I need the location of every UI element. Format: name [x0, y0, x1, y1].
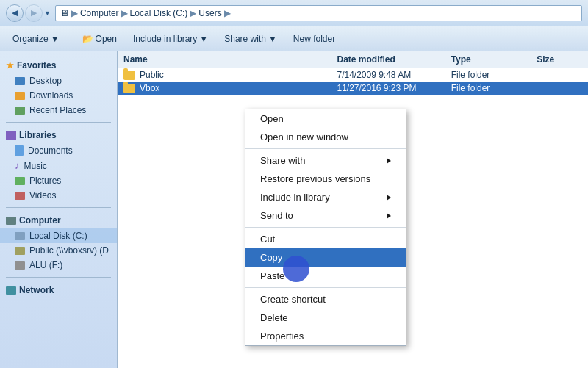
- context-menu: Open Open in new window Share with Resto…: [245, 109, 406, 346]
- ctx-open[interactable]: Open: [245, 109, 406, 128]
- ctx-create-shortcut[interactable]: Create shortcut: [245, 290, 406, 309]
- share-arrow: ▼: [268, 34, 277, 44]
- pictures-icon: [15, 177, 25, 185]
- ctx-restore[interactable]: Restore previous versions: [245, 170, 406, 188]
- file-date-public: 7/14/2009 9:48 AM: [331, 70, 445, 80]
- file-date-vbox: 11/27/2016 9:23 PM: [331, 83, 445, 93]
- libraries-header[interactable]: Libraries: [0, 127, 117, 143]
- breadcrumb-icon: 🖥: [60, 8, 69, 18]
- breadcrumb-disk[interactable]: Local Disk (C:): [130, 8, 188, 18]
- breadcrumb-users[interactable]: Users: [198, 8, 221, 18]
- column-name[interactable]: Name: [118, 54, 331, 65]
- ctx-sendto-arrow: [387, 213, 391, 219]
- forward-button[interactable]: ▶: [25, 4, 43, 22]
- divider-3: [6, 277, 111, 278]
- column-size[interactable]: Size: [531, 54, 588, 65]
- sidebar-item-downloads[interactable]: Downloads: [0, 88, 117, 103]
- table-row[interactable]: Public 7/14/2009 9:48 AM File folder: [118, 68, 588, 82]
- file-type-vbox: File folder: [445, 83, 531, 93]
- ctx-cut[interactable]: Cut: [245, 230, 406, 248]
- favorites-header[interactable]: ★ Favorites: [0, 57, 117, 73]
- folder-icon-public: [123, 71, 135, 80]
- breadcrumb: 🖥 ▶ Computer ▶ Local Disk (C:) ▶ Users ▶: [55, 5, 582, 21]
- column-date[interactable]: Date modified: [331, 54, 445, 65]
- network-icon: [6, 286, 16, 295]
- ctx-paste[interactable]: Paste: [245, 267, 406, 285]
- sidebar-item-pictures[interactable]: Pictures: [0, 173, 117, 188]
- include-in-library-button[interactable]: Include in library ▼: [126, 31, 215, 47]
- sidebar-item-public-drive[interactable]: Public (\\vboxsrv) (D: [0, 243, 117, 258]
- network-header[interactable]: Network: [0, 282, 117, 298]
- recent-places-icon: [15, 107, 25, 115]
- downloads-icon: [15, 92, 25, 100]
- computer-header[interactable]: Computer: [0, 212, 117, 228]
- open-icon: 📂: [82, 34, 93, 44]
- public-drive-icon: [15, 247, 25, 255]
- file-list-header: Name Date modified Type Size: [118, 51, 588, 68]
- sidebar: ★ Favorites Desktop Downloads Recent Pla…: [0, 51, 118, 368]
- sidebar-item-local-disk[interactable]: Local Disk (C:): [0, 228, 117, 243]
- sidebar-item-videos[interactable]: Videos: [0, 188, 117, 203]
- address-bar: ◀ ▶ ▼ 🖥 ▶ Computer ▶ Local Disk (C:) ▶ U…: [0, 0, 588, 26]
- back-button[interactable]: ◀: [6, 4, 24, 22]
- favorites-icon: ★: [6, 60, 14, 71]
- computer-icon: [6, 217, 16, 225]
- sidebar-item-music[interactable]: ♪ Music: [0, 158, 117, 173]
- toolbar: Organize ▼ 📂 Open Include in library ▼ S…: [0, 26, 588, 51]
- videos-icon: [15, 192, 25, 200]
- ctx-include-in-library[interactable]: Include in library: [245, 188, 406, 206]
- nav-dropdown[interactable]: ▼: [44, 10, 51, 17]
- ctx-share-arrow: [387, 158, 391, 164]
- organize-arrow: ▼: [51, 34, 60, 44]
- file-name-public: Public: [140, 70, 164, 80]
- local-disk-icon: [15, 232, 25, 240]
- ctx-send-to[interactable]: Send to: [245, 206, 406, 225]
- ctx-sep-3: [245, 287, 406, 288]
- sidebar-item-desktop[interactable]: Desktop: [0, 73, 117, 88]
- divider-2: [6, 207, 111, 208]
- nav-buttons: ◀ ▶ ▼: [6, 4, 51, 22]
- ctx-library-arrow: [387, 195, 391, 201]
- open-button[interactable]: 📂 Open: [76, 31, 123, 47]
- toolbar-separator-1: [71, 32, 71, 46]
- ctx-properties[interactable]: Properties: [245, 327, 406, 345]
- sidebar-item-documents[interactable]: Documents: [0, 143, 117, 158]
- sidebar-item-recent-places[interactable]: Recent Places: [0, 103, 117, 118]
- libraries-icon: [6, 131, 16, 140]
- organize-button[interactable]: Organize ▼: [6, 31, 66, 47]
- file-name-vbox: Vbox: [140, 83, 159, 93]
- folder-icon-vbox: [123, 84, 135, 93]
- ctx-delete[interactable]: Delete: [245, 309, 406, 327]
- include-arrow: ▼: [199, 34, 208, 44]
- ctx-share-with[interactable]: Share with: [245, 151, 406, 170]
- ctx-sep-2: [245, 227, 406, 228]
- ctx-copy[interactable]: Copy: [245, 248, 406, 267]
- desktop-icon: [15, 77, 25, 85]
- alu-icon: [15, 261, 25, 270]
- breadcrumb-computer[interactable]: Computer: [80, 8, 119, 18]
- table-row[interactable]: Vbox 11/27/2016 9:23 PM File folder: [118, 82, 588, 95]
- share-with-button[interactable]: Share with ▼: [218, 31, 284, 47]
- music-icon: ♪: [15, 160, 20, 171]
- sidebar-item-alu[interactable]: ALU (F:): [0, 258, 117, 273]
- file-type-public: File folder: [445, 70, 531, 80]
- ctx-sep-1: [245, 148, 406, 149]
- divider-1: [6, 122, 111, 123]
- column-type[interactable]: Type: [445, 54, 531, 65]
- new-folder-button[interactable]: New folder: [287, 31, 342, 47]
- documents-icon: [15, 145, 24, 156]
- ctx-open-new-window[interactable]: Open in new window: [245, 128, 406, 146]
